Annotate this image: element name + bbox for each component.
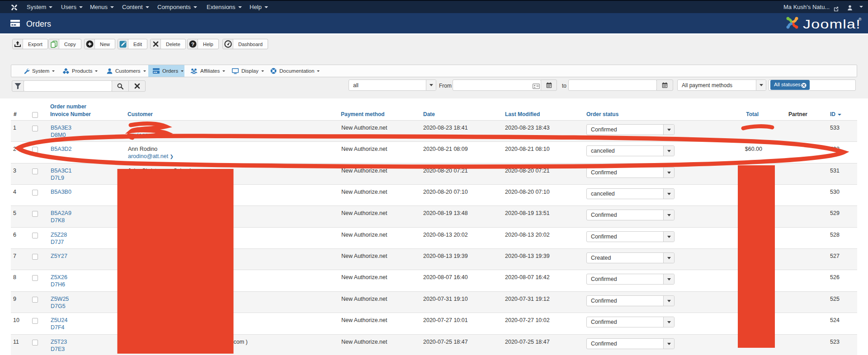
svg-text:?: ? xyxy=(191,42,194,47)
